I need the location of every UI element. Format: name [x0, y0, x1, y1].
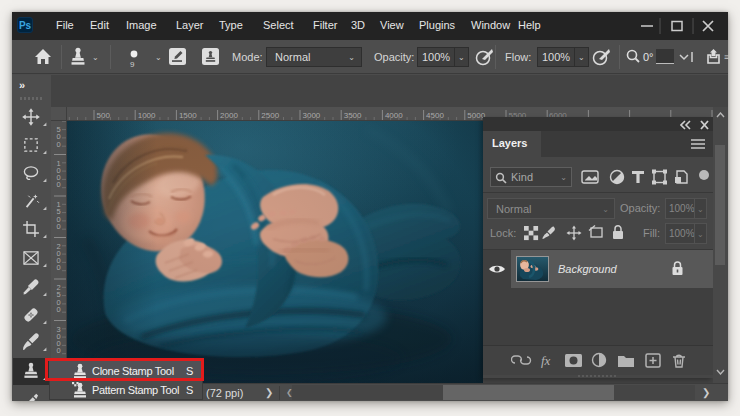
svg-text:0: 0 — [57, 263, 61, 272]
svg-text:2500: 2500 — [261, 111, 279, 120]
svg-text:fx: fx — [541, 353, 551, 368]
svg-text:0: 0 — [57, 305, 61, 314]
svg-text:1500: 1500 — [179, 111, 197, 120]
svg-text:0: 0 — [57, 140, 61, 149]
svg-text:0: 0 — [57, 222, 61, 231]
svg-text:2000: 2000 — [220, 111, 238, 120]
svg-text:0: 0 — [57, 180, 61, 189]
svg-text:0: 0 — [57, 346, 61, 355]
svg-text:4000: 4000 — [385, 111, 403, 120]
svg-text:3000: 3000 — [303, 111, 321, 120]
svg-text:500: 500 — [97, 111, 111, 120]
svg-text:4500: 4500 — [426, 111, 444, 120]
svg-text:1000: 1000 — [138, 111, 156, 120]
svg-text:3500: 3500 — [344, 111, 362, 120]
